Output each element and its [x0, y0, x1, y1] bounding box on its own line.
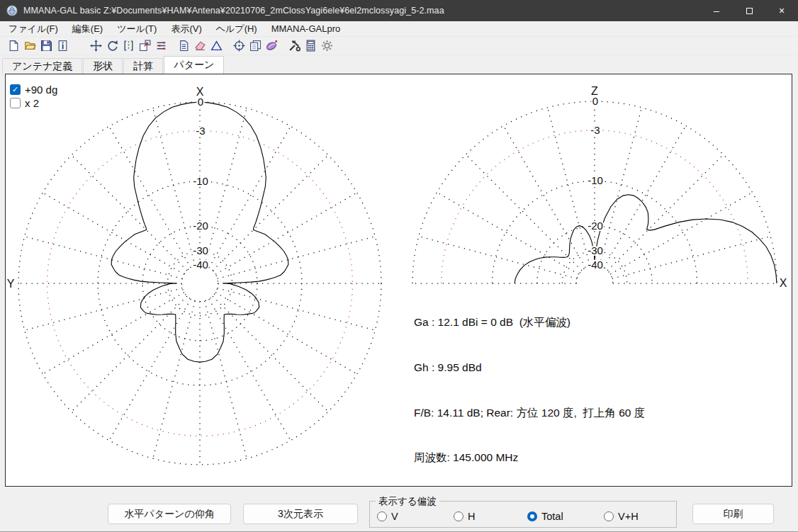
radio-h[interactable]: H: [454, 511, 475, 522]
radio-vh-icon: [604, 511, 614, 521]
view-3d-button[interactable]: 3次元表示: [243, 504, 358, 524]
ring-label: -30: [588, 244, 603, 256]
radio-v-label: V: [391, 511, 398, 522]
menu-bar: ファイル(F) 編集(E) ツール(T) 表示(V) ヘルプ(H) MMANA-…: [0, 21, 798, 37]
settings-gear-icon[interactable]: [319, 38, 335, 54]
plot-options: ✓ +90 dg x 2: [10, 83, 57, 110]
radio-total-label: Total: [541, 511, 563, 522]
tab-bar: アンテナ定義 形状 計算 パターン: [0, 55, 798, 74]
pattern-ellipse-icon[interactable]: [264, 38, 280, 54]
close-icon: ×: [779, 5, 785, 16]
print-button[interactable]: 印刷: [692, 504, 774, 524]
copy-pages-icon[interactable]: [247, 38, 264, 54]
tab-shape[interactable]: 形状: [83, 58, 123, 74]
title-bar: MMANA-GAL basic Z:¥Documents¥HAM¥Antena¥…: [0, 0, 798, 21]
radio-h-label: H: [468, 511, 475, 522]
x2-checkbox[interactable]: x 2: [10, 96, 57, 109]
rotate-icon[interactable]: [104, 38, 120, 54]
ring-label: -10: [193, 175, 208, 187]
radio-vh[interactable]: V+H: [604, 511, 639, 522]
plus90dg-checkbox[interactable]: ✓ +90 dg: [10, 83, 57, 96]
wire-edit-icon[interactable]: [120, 38, 137, 54]
ring-label: -3: [196, 125, 205, 137]
menu-file[interactable]: ファイル(F): [1, 21, 65, 37]
menu-view[interactable]: 表示(V): [164, 21, 208, 37]
ring-label: -40: [193, 259, 208, 271]
tools-icon[interactable]: [286, 38, 303, 54]
save-file-icon[interactable]: [38, 38, 55, 54]
app-icon: [6, 5, 18, 16]
maximize-button[interactable]: [733, 0, 765, 21]
maximize-icon: [746, 8, 753, 14]
radio-v-icon: [377, 511, 387, 521]
menu-mmana-galpro[interactable]: MMANA-GALpro: [264, 22, 348, 35]
radio-total[interactable]: Total: [527, 511, 563, 522]
ring-label: -20: [193, 220, 208, 232]
triangle-icon[interactable]: [208, 38, 225, 54]
polar-charts: 0-3-10-20-30-40XY0-3-10-20-30-40ZX: [6, 74, 792, 486]
tab-antenna-definition[interactable]: アンテナ定義: [2, 58, 82, 74]
radio-total-icon: [527, 511, 537, 521]
gain-dbd-line: Gh : 9.95 dBd: [414, 360, 645, 375]
ring-label: -30: [193, 244, 208, 256]
axis-label-top: Z: [591, 85, 598, 97]
ring-label: -40: [588, 259, 603, 271]
new-file-icon[interactable]: [6, 38, 22, 54]
document-icon[interactable]: [176, 38, 192, 54]
window-title: MMANA-GAL basic Z:¥Documents¥HAM¥Antena¥…: [23, 6, 700, 16]
menu-edit[interactable]: 編集(E): [65, 21, 110, 37]
open-file-icon[interactable]: [22, 38, 38, 54]
gain-line: Ga : 12.1 dBi = 0 dB (水平偏波): [414, 315, 645, 329]
checkbox-unchecked-icon: [10, 98, 21, 108]
ring-label: -20: [588, 220, 603, 232]
copy-window-icon[interactable]: [137, 38, 153, 54]
minimize-icon: –: [714, 5, 719, 16]
radio-h-icon: [454, 511, 463, 521]
tab-pattern[interactable]: パターン: [164, 56, 224, 74]
toolbar: [0, 37, 798, 55]
eraser-icon[interactable]: [192, 38, 208, 54]
mmana-gal-window: MMANA-GAL basic Z:¥Documents¥HAM¥Antena¥…: [0, 0, 798, 532]
radio-vh-label: V+H: [618, 511, 639, 522]
ring-label: -3: [590, 124, 600, 136]
move-icon[interactable]: [88, 38, 104, 54]
tab-calculation[interactable]: 計算: [123, 58, 163, 74]
x2-label: x 2: [25, 97, 39, 109]
menu-help[interactable]: ヘルプ(H): [209, 21, 264, 37]
close-button[interactable]: ×: [765, 0, 798, 21]
minimize-button[interactable]: –: [700, 0, 733, 21]
crosshair-icon[interactable]: [231, 38, 247, 54]
menu-tools[interactable]: ツール(T): [110, 21, 164, 37]
calculator-icon[interactable]: [303, 38, 319, 54]
radio-v[interactable]: V: [377, 511, 398, 522]
element-list-icon[interactable]: [153, 38, 169, 54]
polarization-groupbox: 表示する偏波 V H Total V+H: [369, 501, 677, 528]
ring-label: -10: [588, 174, 603, 186]
axis-label-right: X: [780, 277, 787, 289]
frequency-line: 周波数: 145.000 MHz: [414, 450, 645, 465]
bottom-bar: 水平パターンの仰角 3次元表示 表示する偏波 V H Total V+H 印刷: [0, 487, 798, 532]
polarization-group-title: 表示する偏波: [376, 495, 439, 508]
plus90dg-label: +90 dg: [25, 84, 57, 96]
horizontal-pattern-elevation-button[interactable]: 水平パターンの仰角: [108, 504, 231, 524]
info-icon[interactable]: [55, 38, 71, 54]
axis-label-left: Y: [7, 278, 15, 290]
front-back-line: F/B: 14.11 dB; Rear: 方位 120 度, 打上角 60 度: [414, 405, 645, 420]
pattern-plot-panel: 0-3-10-20-30-40XY0-3-10-20-30-40ZX ✓ +90…: [5, 74, 792, 487]
axis-label-top: X: [196, 86, 204, 98]
checkbox-checked-icon: ✓: [10, 84, 21, 95]
